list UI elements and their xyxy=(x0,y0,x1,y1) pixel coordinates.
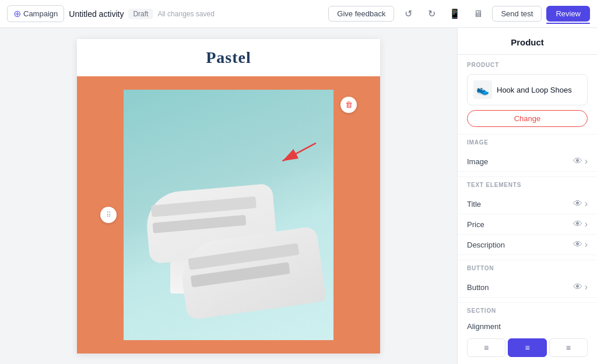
image-row-label: Image xyxy=(467,157,488,166)
review-underline xyxy=(546,23,590,24)
section-alignment: SECTION Alignment ≡ ≡ ≡ xyxy=(458,303,597,364)
text-elements-label: TEXT ELEMENTS xyxy=(458,182,597,188)
price-chevron-icon[interactable]: › xyxy=(585,219,588,229)
product-thumb: 👟 xyxy=(473,80,492,99)
section-label: SECTION xyxy=(458,308,597,314)
description-row[interactable]: Description 👁 › xyxy=(458,235,597,255)
image-row[interactable]: Image 👁 › xyxy=(458,151,597,172)
price-row-actions: 👁 › xyxy=(573,219,588,229)
button-chevron-icon[interactable]: › xyxy=(585,282,588,292)
brand-name: Pastel xyxy=(86,48,371,67)
mobile-view-button[interactable]: 📱 xyxy=(445,5,464,23)
activity-name: Untitled activity xyxy=(69,9,124,19)
delete-button[interactable]: 🗑 xyxy=(340,97,357,113)
product-card: 👟 Hook and Loop Shoes xyxy=(467,74,588,105)
button-section-label: BUTTON xyxy=(458,265,597,271)
button-section: BUTTON Button 👁 › xyxy=(458,260,597,303)
align-center-button[interactable]: ≡ xyxy=(508,338,546,357)
desktop-view-button[interactable]: 🖥 xyxy=(469,5,487,23)
product-section-label: PRODUCT xyxy=(467,62,588,68)
description-row-label: Description xyxy=(467,241,505,249)
title-row-label: Title xyxy=(467,200,481,208)
right-panel: Product PRODUCT 👟 Hook and Loop Shoes Ch… xyxy=(457,28,597,364)
button-row-actions: 👁 › xyxy=(573,282,588,292)
redo-button[interactable]: ↻ xyxy=(422,5,441,23)
plus-icon: ⊕ xyxy=(13,8,21,19)
drag-handle[interactable]: ⠿ xyxy=(100,207,117,223)
text-elements-section: TEXT ELEMENTS Title 👁 › Price 👁 › Descri… xyxy=(458,177,597,260)
description-chevron-icon[interactable]: › xyxy=(585,239,588,250)
price-visibility-icon[interactable]: 👁 xyxy=(573,219,582,229)
price-row-label: Price xyxy=(467,220,484,229)
undo-button[interactable]: ↺ xyxy=(399,5,417,23)
change-button[interactable]: Change xyxy=(467,110,588,127)
campaign-label: Campaign xyxy=(23,9,58,18)
email-preview: Pastel ⠿ 🗑 xyxy=(77,39,380,354)
saved-text: All changes saved xyxy=(157,10,214,18)
description-row-actions: 👁 › xyxy=(573,239,588,250)
visibility-icon[interactable]: 👁 xyxy=(573,156,582,167)
topbar: ⊕ Campaign Untitled activity Draft All c… xyxy=(0,0,597,28)
button-row-label: Button xyxy=(467,283,489,292)
align-left-button[interactable]: ≡ xyxy=(467,338,505,357)
image-row-actions: 👁 › xyxy=(573,156,588,167)
feedback-button[interactable]: Give feedback xyxy=(328,6,394,22)
description-visibility-icon[interactable]: 👁 xyxy=(573,239,582,250)
product-name: Hook and Loop Shoes xyxy=(497,86,572,94)
email-body: ⠿ 🗑 xyxy=(77,76,380,354)
alignment-buttons: ≡ ≡ ≡ xyxy=(458,334,597,362)
product-image-placeholder xyxy=(124,90,333,340)
email-header: Pastel xyxy=(77,39,380,76)
panel-title: Product xyxy=(458,28,597,55)
title-visibility-icon[interactable]: 👁 xyxy=(573,199,582,209)
draft-badge: Draft xyxy=(128,9,153,19)
send-test-button[interactable]: Send test xyxy=(492,6,542,22)
canvas-area: Pastel ⠿ 🗑 xyxy=(0,28,457,364)
drag-icon: ⠿ xyxy=(106,211,111,219)
button-row[interactable]: Button 👁 › xyxy=(458,277,597,298)
review-button[interactable]: Review xyxy=(546,6,590,22)
title-chevron-icon[interactable]: › xyxy=(585,199,588,209)
main-layout: Pastel ⠿ 🗑 xyxy=(0,28,597,364)
image-section-label: IMAGE xyxy=(458,139,597,146)
product-section: PRODUCT 👟 Hook and Loop Shoes Change xyxy=(458,55,597,135)
product-image-container[interactable]: ⠿ 🗑 xyxy=(124,90,333,340)
align-right-button[interactable]: ≡ xyxy=(549,338,588,357)
image-section: IMAGE Image 👁 › xyxy=(458,135,597,177)
price-row[interactable]: Price 👁 › xyxy=(458,214,597,235)
chevron-right-icon[interactable]: › xyxy=(585,156,588,167)
topbar-left: ⊕ Campaign Untitled activity Draft All c… xyxy=(7,5,324,22)
title-row[interactable]: Title 👁 › xyxy=(458,194,597,214)
topbar-center: Give feedback ↺ ↻ 📱 🖥 Send test Review xyxy=(328,5,590,23)
button-visibility-icon[interactable]: 👁 xyxy=(573,282,582,292)
campaign-button[interactable]: ⊕ Campaign xyxy=(7,5,64,22)
review-button-wrapper: Review xyxy=(546,6,590,22)
title-row-actions: 👁 › xyxy=(573,199,588,209)
alignment-label-row: Alignment xyxy=(458,320,597,334)
shoe-display xyxy=(124,90,333,340)
alignment-label: Alignment xyxy=(467,322,501,331)
